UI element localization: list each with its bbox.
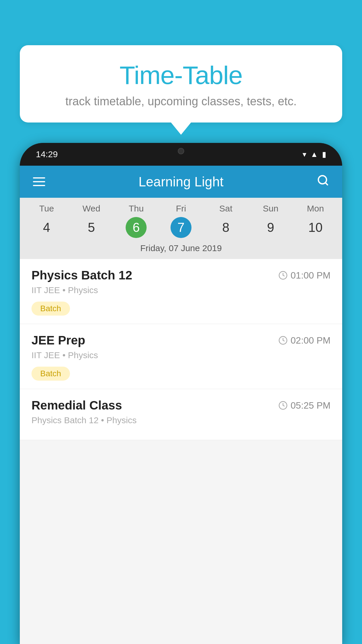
phone-screen: Learning Light Tue4Wed5Thu6Fri7Sat8Sun9M… xyxy=(20,166,342,644)
day-name: Sat xyxy=(219,204,232,214)
calendar-week: Tue4Wed5Thu6Fri7Sat8Sun9Mon10 Friday, 07… xyxy=(20,198,342,259)
schedule-subtitle: IIT JEE • Physics xyxy=(31,285,331,295)
day-column-wed[interactable]: Wed5 xyxy=(69,204,114,238)
phone-camera xyxy=(178,148,184,154)
day-name: Fri xyxy=(176,204,186,214)
day-name: Wed xyxy=(82,204,100,214)
schedule-time: 01:00 PM xyxy=(278,270,331,281)
schedule-title: Physics Batch 12 xyxy=(31,268,132,282)
status-icons: ▾ ▲ ▮ xyxy=(303,150,326,159)
day-name: Mon xyxy=(307,204,324,214)
day-name: Tue xyxy=(39,204,54,214)
phone-status-bar: 14:29 ▾ ▲ ▮ xyxy=(20,143,342,166)
svg-line-1 xyxy=(325,183,328,185)
clock-icon xyxy=(278,271,288,280)
schedule-time: 05:25 PM xyxy=(278,400,331,411)
weekdays-row: Tue4Wed5Thu6Fri7Sat8Sun9Mon10 xyxy=(20,204,342,238)
status-time: 14:29 xyxy=(36,149,58,159)
schedule-subtitle: IIT JEE • Physics xyxy=(31,350,331,360)
schedule-item[interactable]: JEE Prep02:00 PMIIT JEE • PhysicsBatch xyxy=(20,324,342,389)
schedule-list: Physics Batch 1201:00 PMIIT JEE • Physic… xyxy=(20,259,342,440)
search-icon[interactable] xyxy=(317,174,329,189)
app-subtitle: track timetable, upcoming classes, tests… xyxy=(37,95,325,108)
day-number[interactable]: 10 xyxy=(305,217,326,238)
day-column-tue[interactable]: Tue4 xyxy=(24,204,69,238)
schedule-title: Remedial Class xyxy=(31,398,122,412)
schedule-time: 02:00 PM xyxy=(278,335,331,346)
day-column-fri[interactable]: Fri7 xyxy=(159,204,203,238)
phone-frame: 14:29 ▾ ▲ ▮ Learning Light xyxy=(20,143,342,644)
signal-icon: ▲ xyxy=(310,150,318,159)
day-column-thu[interactable]: Thu6 xyxy=(114,204,159,238)
clock-icon xyxy=(278,401,288,410)
app-title-heading: Time-Table xyxy=(37,61,325,90)
schedule-title: JEE Prep xyxy=(31,333,85,347)
day-number[interactable]: 6 xyxy=(126,217,147,238)
day-column-sun[interactable]: Sun9 xyxy=(248,204,293,238)
day-number[interactable]: 5 xyxy=(81,217,102,238)
clock-icon xyxy=(278,336,288,345)
day-number[interactable]: 4 xyxy=(36,217,57,238)
batch-badge: Batch xyxy=(31,367,70,381)
app-header: Learning Light xyxy=(20,166,342,198)
menu-button[interactable] xyxy=(33,177,45,186)
day-name: Sun xyxy=(263,204,278,214)
day-number[interactable]: 7 xyxy=(171,217,191,238)
phone-notch xyxy=(158,143,204,159)
day-column-mon[interactable]: Mon10 xyxy=(293,204,338,238)
selected-date-label: Friday, 07 June 2019 xyxy=(20,238,342,259)
schedule-subtitle: Physics Batch 12 • Physics xyxy=(31,415,331,425)
app-header-title: Learning Light xyxy=(138,174,224,190)
wifi-icon: ▾ xyxy=(303,150,306,159)
schedule-item[interactable]: Physics Batch 1201:00 PMIIT JEE • Physic… xyxy=(20,259,342,324)
day-name: Thu xyxy=(129,204,144,214)
day-column-sat[interactable]: Sat8 xyxy=(203,204,248,238)
schedule-item[interactable]: Remedial Class05:25 PMPhysics Batch 12 •… xyxy=(20,389,342,440)
day-number[interactable]: 8 xyxy=(215,217,236,238)
battery-icon: ▮ xyxy=(322,150,326,159)
batch-badge: Batch xyxy=(31,302,70,316)
speech-bubble: Time-Table track timetable, upcoming cla… xyxy=(20,45,342,123)
day-number[interactable]: 9 xyxy=(260,217,281,238)
